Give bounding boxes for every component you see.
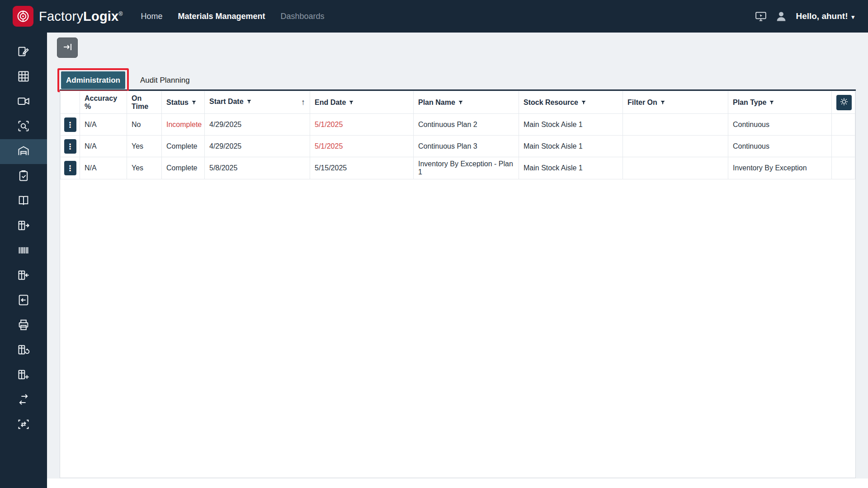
collapse-arrow-icon: [62, 42, 73, 54]
topbar: FactoryLogix® Home Materials Management …: [0, 0, 868, 33]
factorylogix-logo[interactable]: FactoryLogix®: [13, 6, 123, 27]
cell-end-date: 5/1/2025: [310, 136, 414, 157]
filter-icon: [191, 100, 197, 105]
header-stock-resource[interactable]: Stock Resource: [519, 91, 623, 114]
cell-filter-on: [623, 136, 728, 157]
cell-plan-type: Inventory By Exception: [728, 157, 832, 179]
filter-icon: [246, 99, 252, 104]
cell-stock-resource: Main Stock Aisle 1: [519, 114, 623, 136]
table-row[interactable]: ⋮ N/A Yes Complete 4/29/2025 5/1/2025 Co…: [61, 136, 855, 157]
cell-start-date: 5/8/2025: [205, 157, 310, 179]
cell-spacer: [832, 136, 855, 157]
header-plan-type[interactable]: Plan Type: [728, 91, 832, 114]
header-end-date[interactable]: End Date: [310, 91, 414, 114]
cell-status: Complete: [162, 136, 205, 157]
warehouse-icon: [17, 145, 30, 159]
greeting-text: Hello, ahunt!: [796, 11, 848, 21]
sidebar-item-kits[interactable]: [0, 65, 47, 89]
transfer-arrows-icon: [17, 393, 30, 408]
cell-on-time: No: [127, 114, 162, 136]
remote-session-icon[interactable]: [755, 10, 767, 22]
tab-strip: Administration Audit Planning: [60, 71, 856, 91]
sidebar-item-barcode[interactable]: [0, 239, 47, 263]
cell-accuracy: N/A: [80, 157, 127, 179]
cell-status: Complete: [162, 157, 205, 179]
table-row[interactable]: ⋮ N/A Yes Complete 5/8/2025 5/15/2025 In…: [61, 157, 855, 179]
box-return-icon: [17, 294, 30, 308]
sidebar-item-library[interactable]: [0, 189, 47, 214]
tab-administration[interactable]: Administration: [61, 71, 125, 89]
filter-icon: [660, 100, 665, 105]
cell-filter-on: [623, 157, 728, 179]
header-actions: [61, 91, 80, 114]
cell-accuracy: N/A: [80, 136, 127, 157]
scan-transfer-icon: [17, 418, 30, 432]
sidebar-item-video[interactable]: [0, 89, 47, 114]
book-icon: [17, 194, 30, 209]
tab-audit-planning[interactable]: Audit Planning: [136, 76, 194, 85]
cell-status: Incomplete: [162, 114, 205, 136]
gear-icon: [840, 97, 849, 108]
cell-accuracy: N/A: [80, 114, 127, 136]
grid-table-icon: [17, 70, 30, 84]
table-row[interactable]: ⋮ N/A No Incomplete 4/29/2025 5/1/2025 C…: [61, 114, 855, 136]
cell-end-date: 5/1/2025: [310, 114, 414, 136]
barcode-icon: [17, 244, 30, 258]
header-accuracy: Accuracy %: [80, 91, 127, 114]
table-export-icon: [17, 219, 30, 234]
cell-plan-type: Continuous: [728, 114, 832, 136]
nav-home[interactable]: Home: [141, 12, 162, 21]
header-filter-on[interactable]: Filter On: [623, 91, 728, 114]
nav-dashboards[interactable]: Dashboards: [281, 12, 325, 21]
sidebar-item-scan-transfer[interactable]: [0, 413, 47, 437]
filter-icon: [769, 100, 774, 105]
printer-icon: [17, 319, 30, 333]
header-on-time: On Time: [127, 91, 162, 114]
sidebar-item-warehouse[interactable]: [0, 139, 47, 164]
row-menu-button[interactable]: ⋮: [64, 117, 76, 132]
cell-end-date: 5/15/2025: [310, 157, 414, 179]
sidebar-item-table-add[interactable]: [0, 363, 47, 388]
nav-materials-management[interactable]: Materials Management: [178, 12, 265, 21]
cell-plan-type: Continuous: [728, 136, 832, 157]
cell-on-time: Yes: [127, 136, 162, 157]
cell-start-date: 4/29/2025: [205, 114, 310, 136]
row-menu-button[interactable]: ⋮: [64, 139, 76, 154]
cell-stock-resource: Main Stock Aisle 1: [519, 157, 623, 179]
sidebar-item-table-export[interactable]: [0, 214, 47, 239]
cell-on-time: Yes: [127, 157, 162, 179]
audit-plans-table: Accuracy % On Time Status ↑Start Date En…: [60, 91, 855, 179]
sidebar-item-table-import[interactable]: [0, 263, 47, 288]
header-start-date[interactable]: ↑Start Date: [205, 91, 310, 114]
cell-plan-name: Inventory By Exception - Plan 1: [414, 157, 519, 179]
edit-icon: [17, 45, 30, 60]
user-menu[interactable]: Hello, ahunt! ▾: [796, 11, 854, 21]
sort-asc-icon[interactable]: ↑: [301, 98, 305, 107]
cell-spacer: [832, 157, 855, 179]
sidebar: [0, 33, 47, 488]
sidebar-item-print[interactable]: [0, 313, 47, 338]
sidebar-item-scan-search[interactable]: [0, 114, 47, 139]
main-content: Administration Audit Planning Accuracy %…: [47, 33, 868, 488]
bottom-strip: [47, 479, 868, 488]
header-status[interactable]: Status: [162, 91, 205, 114]
sidebar-item-audit[interactable]: [0, 164, 47, 189]
sidebar-item-edit[interactable]: [0, 40, 47, 65]
column-settings-button[interactable]: [836, 95, 852, 110]
user-avatar-icon[interactable]: [775, 10, 788, 23]
sidebar-item-table-refresh[interactable]: [0, 338, 47, 363]
cell-spacer: [832, 114, 855, 136]
brand-text: FactoryLogix®: [39, 9, 123, 24]
row-menu-button[interactable]: ⋮: [64, 161, 76, 175]
header-plan-name[interactable]: Plan Name: [414, 91, 519, 114]
video-camera-icon: [17, 95, 30, 109]
cell-stock-resource: Main Stock Aisle 1: [519, 136, 623, 157]
filter-icon: [349, 100, 354, 105]
plans-table-panel: Accuracy % On Time Status ↑Start Date En…: [60, 91, 856, 478]
logo-icon: [13, 6, 33, 27]
table-header-row: Accuracy % On Time Status ↑Start Date En…: [61, 91, 855, 114]
table-import-icon: [17, 269, 30, 283]
sidebar-item-transfer[interactable]: [0, 388, 47, 413]
sidebar-item-return[interactable]: [0, 288, 47, 313]
collapse-panel-button[interactable]: [57, 38, 78, 58]
